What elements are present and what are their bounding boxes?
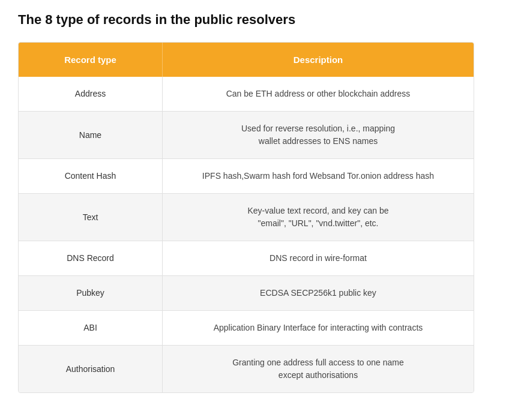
table-row: DNS RecordDNS record in wire-format xyxy=(19,241,474,276)
table-row: NameUsed for reverse resolution, i.e., m… xyxy=(19,112,474,159)
cell-type-authorisation: Authorisation xyxy=(19,346,163,392)
cell-description-abi: Application Binary Interface for interac… xyxy=(163,311,474,345)
table-row: PubkeyECDSA SECP256k1 public key xyxy=(19,276,474,311)
table-row: Content HashIPFS hash,Swarm hash ford We… xyxy=(19,159,474,194)
cell-description-text: Key-value text record, and key can be "e… xyxy=(163,194,474,241)
table-row: AuthorisationGranting one address full a… xyxy=(19,346,474,392)
table-body: AddressCan be ETH address or other block… xyxy=(19,77,474,392)
cell-description-authorisation: Granting one address full access to one … xyxy=(163,346,474,392)
cell-type-content-hash: Content Hash xyxy=(19,159,163,193)
cell-type-pubkey: Pubkey xyxy=(19,276,163,310)
records-table: Record type Description AddressCan be ET… xyxy=(18,42,474,393)
cell-description-pubkey: ECDSA SECP256k1 public key xyxy=(163,276,474,310)
cell-description-name: Used for reverse resolution, i.e., mappi… xyxy=(163,112,474,158)
cell-type-text: Text xyxy=(19,194,163,241)
cell-description-dns-record: DNS record in wire-format xyxy=(163,241,474,275)
cell-description-address: Can be ETH address or other blockchain a… xyxy=(163,77,474,111)
table-row: ABIApplication Binary Interface for inte… xyxy=(19,311,474,346)
cell-description-content-hash: IPFS hash,Swarm hash ford Websand Tor.on… xyxy=(163,159,474,193)
table-header: Record type Description xyxy=(19,43,474,77)
header-description: Description xyxy=(163,43,474,77)
cell-type-abi: ABI xyxy=(19,311,163,345)
header-record-type: Record type xyxy=(19,43,163,77)
cell-type-name: Name xyxy=(19,112,163,158)
table-row: TextKey-value text record, and key can b… xyxy=(19,194,474,241)
cell-type-address: Address xyxy=(19,77,163,111)
page-title: The 8 type of records in the public reso… xyxy=(18,12,497,28)
cell-type-dns-record: DNS Record xyxy=(19,241,163,275)
table-row: AddressCan be ETH address or other block… xyxy=(19,77,474,112)
